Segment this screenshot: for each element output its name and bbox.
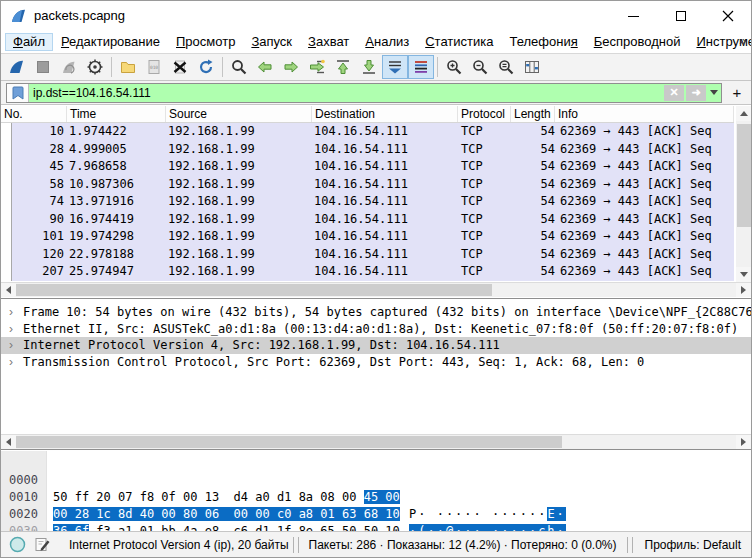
menu-wireless[interactable]: Беспроводной <box>586 33 689 51</box>
hscroll-thumb[interactable] <box>16 284 492 296</box>
menu-go[interactable]: Запуск <box>243 33 300 51</box>
filter-dropdown-button[interactable] <box>707 84 721 102</box>
filter-bar: ip.dst==104.16.54.111 ✕ ➜ + <box>1 81 751 105</box>
hex-row[interactable]: 0020 36 6f f3 a1 01 bb 4a e8 c6 d1 1f 8e… <box>1 489 751 506</box>
packet-list-hscrollbar[interactable] <box>1 282 751 297</box>
stop-capture-button[interactable] <box>30 55 56 79</box>
detail-row-tcp[interactable]: ›Transmission Control Protocol, Src Port… <box>1 354 751 371</box>
scroll-up-button[interactable] <box>736 106 752 121</box>
reload-file-button[interactable] <box>193 55 219 79</box>
start-capture-button[interactable] <box>4 55 30 79</box>
scroll-right-button[interactable] <box>736 435 751 449</box>
menu-analyze[interactable]: Анализ <box>357 33 417 51</box>
chevron-right-icon <box>741 438 746 446</box>
find-packet-button[interactable] <box>226 55 252 79</box>
filter-input[interactable]: ip.dst==104.16.54.111 <box>29 84 663 102</box>
cell-length: 54 <box>511 141 555 159</box>
details-hscrollbar[interactable] <box>1 434 751 449</box>
open-file-button[interactable] <box>115 55 141 79</box>
menu-capture[interactable]: Захват <box>300 33 357 51</box>
packet-row[interactable]: 20725.974947192.168.1.99104.16.54.111TCP… <box>1 263 734 281</box>
svg-text:010: 010 <box>150 65 158 70</box>
window-title: packets.pcapng <box>34 1 125 31</box>
scroll-left-button[interactable] <box>1 435 16 449</box>
vscroll-thumb[interactable] <box>737 124 751 227</box>
packet-row[interactable]: 284.999005192.168.1.99104.16.54.111TCP54… <box>1 141 734 159</box>
go-forward-button[interactable] <box>278 55 304 79</box>
zoom-out-button[interactable] <box>467 55 493 79</box>
close-file-button[interactable] <box>167 55 193 79</box>
restart-capture-button[interactable] <box>56 55 82 79</box>
minimize-button[interactable] <box>610 1 657 31</box>
zoom-original-button[interactable] <box>493 55 519 79</box>
status-profile[interactable]: Профиль: Default <box>635 538 752 552</box>
menu-statistics[interactable]: Статистика <box>417 33 501 51</box>
menu-file[interactable]: Файл <box>5 33 53 51</box>
detail-row-frame[interactable]: ›Frame 10: 54 bytes on wire (432 bits), … <box>1 304 751 321</box>
colorize-packets-toggle[interactable] <box>408 55 434 79</box>
auto-scroll-toggle[interactable] <box>382 55 408 79</box>
column-header-destination[interactable]: Destination <box>312 106 458 122</box>
column-header-time[interactable]: Time <box>67 106 166 122</box>
cell-time: 7.968658 <box>67 158 166 176</box>
search-icon <box>230 58 248 76</box>
hex-row[interactable]: 0010 00 28 1c 8d 40 00 80 06 00 00 c0 a8… <box>1 472 751 489</box>
cell-time: 25.974947 <box>67 263 166 281</box>
packet-row[interactable]: 101.974422192.168.1.99104.16.54.111TCP54… <box>1 123 734 141</box>
title-bar[interactable]: packets.pcapng <box>1 1 751 31</box>
filter-add-button[interactable]: + <box>728 83 746 103</box>
display-filter-field[interactable]: ip.dst==104.16.54.111 ✕ ➜ <box>6 83 722 103</box>
expert-info-button[interactable] <box>9 536 26 553</box>
capture-options-button[interactable] <box>82 55 108 79</box>
capture-comment-button[interactable] <box>34 536 51 553</box>
packet-details-pane: ›Frame 10: 54 bytes on wire (432 bits), … <box>1 298 751 434</box>
menu-view[interactable]: Просмотр <box>168 33 243 51</box>
filter-bookmark-button[interactable] <box>7 84 29 102</box>
go-last-packet-button[interactable] <box>356 55 382 79</box>
packet-list-vscrollbar[interactable] <box>736 106 752 282</box>
column-header-protocol[interactable]: Protocol <box>458 106 511 122</box>
cell-time: 1.974422 <box>67 123 166 141</box>
hscroll-thumb[interactable] <box>16 436 562 448</box>
arrow-up-bar-icon <box>334 58 352 76</box>
status-separator <box>298 537 299 553</box>
go-back-button[interactable] <box>252 55 278 79</box>
maximize-button[interactable] <box>657 1 704 31</box>
packet-row[interactable]: 12022.978188192.168.1.99104.16.54.111TCP… <box>1 246 734 264</box>
column-header-info[interactable]: Info <box>555 106 734 122</box>
packet-row[interactable]: 10119.974298192.168.1.99104.16.54.111TCP… <box>1 228 734 246</box>
expand-chevron-icon[interactable]: › <box>9 321 13 338</box>
expand-chevron-icon[interactable]: › <box>9 304 13 321</box>
detail-row-ip-selected[interactable]: ›Internet Protocol Version 4, Src: 192.1… <box>1 337 751 354</box>
packet-row[interactable]: 457.968658192.168.1.99104.16.54.111TCP54… <box>1 158 734 176</box>
hex-row[interactable]: 0030 01 fe 60 a5 00 00 ··`··· <box>1 506 751 523</box>
menu-edit[interactable]: Редактирование <box>53 33 168 51</box>
column-header-source[interactable]: Source <box>166 106 312 122</box>
go-first-packet-button[interactable] <box>330 55 356 79</box>
chevron-down-icon <box>740 272 748 277</box>
column-header-length[interactable]: Length <box>511 106 555 122</box>
detail-row-ethernet[interactable]: ›Ethernet II, Src: ASUSTekC_a0:d1:8a (00… <box>1 321 751 338</box>
filter-clear-button[interactable]: ✕ <box>664 85 684 101</box>
cell-info: 62369 → 443 [ACK] Seq <box>555 123 734 141</box>
arrow-left-icon <box>256 58 274 76</box>
packet-row[interactable]: 7413.971916192.168.1.99104.16.54.111TCP5… <box>1 193 734 211</box>
expand-chevron-icon[interactable]: › <box>9 337 13 354</box>
filter-apply-button[interactable]: ➜ <box>686 85 706 101</box>
column-header-no[interactable]: No. <box>1 106 67 122</box>
scroll-left-button[interactable] <box>1 283 16 297</box>
scroll-right-button[interactable] <box>736 283 751 297</box>
save-file-button[interactable]: 010 <box>141 55 167 79</box>
resize-columns-button[interactable] <box>519 55 545 79</box>
cell-source: 192.168.1.99 <box>166 123 312 141</box>
packet-row[interactable]: 9016.974419192.168.1.99104.16.54.111TCP5… <box>1 211 734 229</box>
packet-row[interactable]: 5810.987306192.168.1.99104.16.54.111TCP5… <box>1 176 734 194</box>
zoom-in-button[interactable] <box>441 55 467 79</box>
hex-row[interactable]: 0000 50 ff 20 07 f8 0f 00 13 d4 a0 d1 8a… <box>1 455 751 472</box>
menu-overflow-chevron[interactable]: » <box>739 34 746 48</box>
menu-telephony[interactable]: Телефония <box>501 33 585 51</box>
close-button[interactable] <box>704 1 751 31</box>
expand-chevron-icon[interactable]: › <box>9 354 13 371</box>
scroll-down-button[interactable] <box>736 267 752 282</box>
go-to-packet-button[interactable] <box>304 55 330 79</box>
